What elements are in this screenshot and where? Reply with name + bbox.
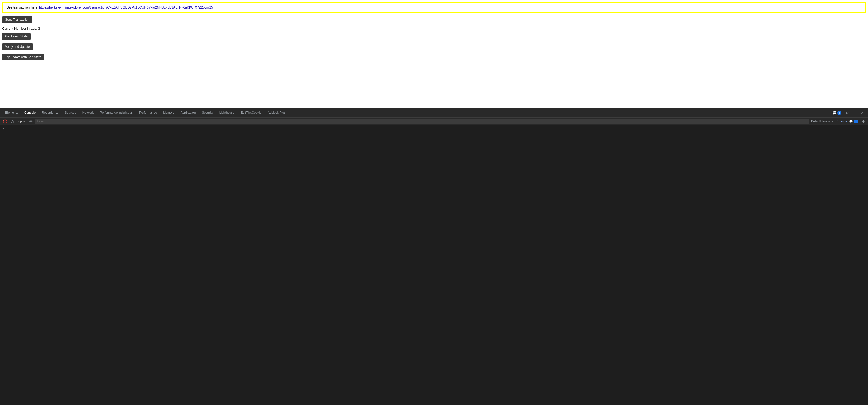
context-dropdown[interactable]: top ▼ (16, 119, 27, 124)
clear-console-button[interactable]: 🚫 (2, 119, 8, 124)
more-options-button[interactable]: ⋮ (851, 109, 859, 117)
chat-icon: 💬 (832, 111, 837, 115)
console-toolbar: 🚫 ◎ top ▼ 👁 Default levels ▼ 1 Issue: 💬 … (0, 118, 868, 125)
current-number-display: Current Number in app: 3 (2, 27, 866, 30)
eye2-icon: 👁 (29, 119, 33, 123)
tab-lighthouse[interactable]: Lighthouse (216, 108, 238, 118)
tab-performance-insights[interactable]: Performance insights ▲ (97, 108, 136, 118)
console-settings-button[interactable]: ⚙ (861, 119, 866, 124)
get-latest-state-button[interactable]: Get Latest State (2, 33, 31, 40)
transaction-banner: See transaction here https://berkeley.mi… (2, 2, 866, 13)
more-icon: ⋮ (853, 111, 857, 115)
devtools-tabs: Elements Console Recorder ▲ Sources Netw… (0, 108, 868, 118)
send-transaction-button[interactable]: Send Transaction (2, 16, 32, 23)
console-prompt: > (2, 126, 866, 130)
devtools-panel: Elements Console Recorder ▲ Sources Netw… (0, 108, 868, 405)
tab-security[interactable]: Security (199, 108, 216, 118)
close-icon: ✕ (861, 111, 864, 115)
tab-editthiscookie[interactable]: EditThisCookie (238, 108, 265, 118)
verify-and-update-button[interactable]: Verify and Update (2, 43, 33, 50)
eye-icon: ◎ (11, 119, 14, 123)
gear-icon: ⚙ (845, 111, 849, 115)
send-transaction-row: Send Transaction (2, 16, 866, 24)
levels-dropdown-icon: ▼ (831, 120, 834, 123)
try-update-button[interactable]: Try Update with Bad State (2, 54, 44, 60)
tab-application[interactable]: Application (178, 108, 199, 118)
issues-icon-button[interactable]: 💬 1 (830, 109, 843, 117)
transaction-link[interactable]: https://berkeley.minaexplorer.com/transa… (39, 5, 213, 9)
tab-recorder[interactable]: Recorder ▲ (39, 108, 62, 118)
try-update-row: Try Update with Bad State (2, 54, 866, 61)
current-number-text: Current Number in app: 3 (2, 27, 40, 30)
tab-sources[interactable]: Sources (62, 108, 79, 118)
issues-icon: 💬 (849, 120, 853, 123)
verify-and-update-row: Verify and Update (2, 43, 866, 51)
preserve-log-button[interactable]: 👁 (28, 119, 34, 124)
default-levels-label: Default levels (811, 120, 830, 123)
toggle-console-button[interactable]: ◎ (9, 119, 15, 124)
clear-icon: 🚫 (3, 119, 7, 123)
settings-button[interactable]: ⚙ (843, 109, 851, 117)
context-label: top (18, 120, 22, 123)
get-latest-state-row: Get Latest State (2, 33, 866, 41)
transaction-text: See transaction here (6, 5, 37, 9)
tab-performance[interactable]: Performance (136, 108, 160, 118)
filter-input[interactable] (35, 119, 809, 124)
tab-memory[interactable]: Memory (160, 108, 177, 118)
tab-elements[interactable]: Elements (2, 108, 21, 118)
devtools-top-icons: 💬 1 ⚙ ⋮ ✕ (830, 109, 866, 117)
app-area: See transaction here https://berkeley.mi… (0, 0, 868, 108)
default-levels-dropdown[interactable]: Default levels ▼ (810, 119, 835, 124)
dropdown-arrow-icon: ▼ (23, 120, 26, 123)
console-gear-icon: ⚙ (862, 119, 865, 123)
tab-console[interactable]: Console (21, 108, 39, 118)
close-devtools-button[interactable]: ✕ (859, 109, 866, 117)
issues-count: 1 (854, 120, 858, 123)
console-body[interactable]: > (0, 125, 868, 405)
tab-adblock-plus[interactable]: Adblock Plus (265, 108, 288, 118)
issues-badge[interactable]: 1 Issue: 💬 1 (836, 119, 860, 124)
issues-text: 1 Issue: (837, 120, 848, 123)
tab-network[interactable]: Network (79, 108, 97, 118)
issues-badge-count: 1 (837, 111, 841, 115)
